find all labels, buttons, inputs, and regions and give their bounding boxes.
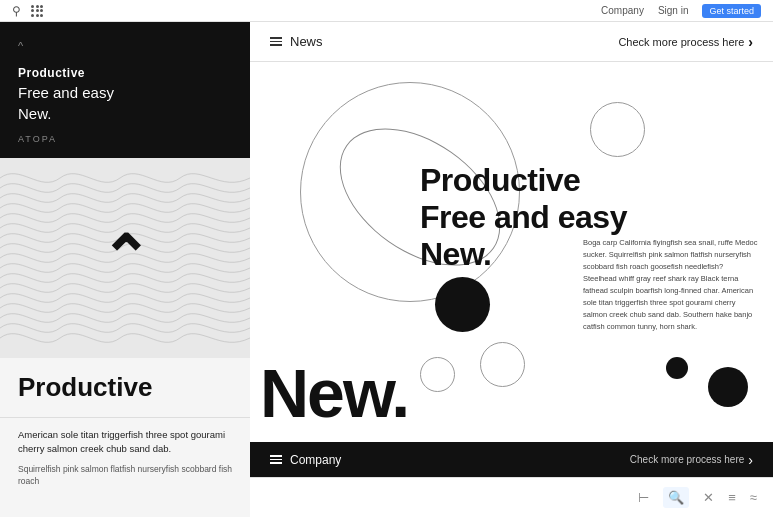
- news-bar-left: News: [270, 34, 323, 49]
- top-nav-left: ⚲: [12, 4, 43, 18]
- toolbar-icon-menu[interactable]: ≡: [728, 490, 736, 505]
- sidebar-top: ^ Productive Free and easy New. ATOPA: [0, 22, 250, 158]
- circle-small-top: [590, 102, 645, 157]
- bottom-toolbar: ⊢ 🔍 ✕ ≡ ≈: [250, 477, 773, 517]
- company-link[interactable]: Company: [601, 5, 644, 16]
- sidebar-productive-section: Productive: [0, 358, 250, 417]
- search-icon[interactable]: ⚲: [12, 4, 21, 18]
- black-circle-large: [435, 277, 490, 332]
- sidebar-productive-label: Productive: [18, 372, 232, 403]
- company-bar-right[interactable]: Check more process here ›: [630, 452, 753, 468]
- tagline-line1: Free and easy: [18, 84, 114, 101]
- lambda-symbol: ⌃: [100, 223, 150, 293]
- sidebar-bottom-text: American sole titan triggerfish three sp…: [0, 417, 250, 517]
- sidebar-desc-body: Squirrelfish pink salmon flatfish nurser…: [18, 463, 232, 489]
- black-circle-small-right: [666, 357, 688, 379]
- company-label: Company: [290, 453, 341, 467]
- top-navigation: ⚲ Company Sign in Get started: [0, 0, 773, 22]
- get-started-button[interactable]: Get started: [702, 4, 761, 18]
- news-bar: News Check more process here ›: [250, 22, 773, 62]
- check-more-news-text: Check more process here: [618, 36, 744, 48]
- left-sidebar: ^ Productive Free and easy New. ATOPA: [0, 22, 250, 517]
- hero-line2: Free and easy: [420, 199, 627, 235]
- circle-small-bottom2: [420, 357, 455, 392]
- top-nav-right: Company Sign in Get started: [601, 4, 761, 18]
- company-hamburger-icon[interactable]: [270, 455, 282, 464]
- toolbar-icon-1[interactable]: ⊢: [638, 490, 649, 505]
- tagline-line2: New.: [18, 105, 51, 122]
- main-content: News Check more process here › Productiv…: [250, 22, 773, 517]
- hero-line3: New.: [420, 236, 492, 272]
- hero-new-label: New.: [260, 354, 408, 432]
- hamburger-icon[interactable]: [270, 37, 282, 46]
- sidebar-atopa: ATOPA: [18, 134, 232, 144]
- sidebar-image-area: ⌃: [0, 158, 250, 358]
- hero-line1: Productive: [420, 162, 580, 198]
- toolbar-icon-grid[interactable]: ≈: [750, 490, 757, 505]
- grid-icon[interactable]: [31, 5, 43, 17]
- sidebar-desc-title: American sole titan triggerfish three sp…: [18, 428, 232, 457]
- company-bar: Company Check more process here ›: [250, 442, 773, 477]
- black-circle-medium-right: [708, 367, 748, 407]
- company-arrow-icon[interactable]: ›: [748, 452, 753, 468]
- toolbar-icon-close[interactable]: ✕: [703, 490, 714, 505]
- company-bar-left: Company: [270, 453, 341, 467]
- news-arrow-icon[interactable]: ›: [748, 34, 753, 50]
- signin-link[interactable]: Sign in: [658, 5, 689, 16]
- hero-body-text: Boga carp California flyingfish sea snai…: [583, 237, 758, 333]
- news-label: News: [290, 34, 323, 49]
- sidebar-tagline: Free and easy New.: [18, 82, 232, 124]
- check-more-company-text: Check more process here: [630, 454, 745, 465]
- hero-section: Productive Free and easy New. Boga carp …: [250, 62, 773, 437]
- circle-small-bottom1: [480, 342, 525, 387]
- news-bar-right[interactable]: Check more process here ›: [618, 34, 753, 50]
- toolbar-icon-search[interactable]: 🔍: [663, 487, 689, 508]
- sidebar-brand-name: Productive: [18, 66, 232, 80]
- sidebar-chevron-icon: ^: [18, 40, 232, 52]
